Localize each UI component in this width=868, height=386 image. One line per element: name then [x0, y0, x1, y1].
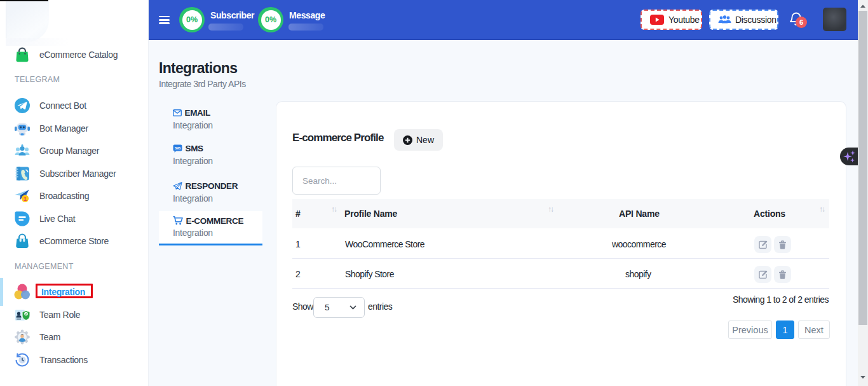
svg-text:1: 1 [24, 196, 27, 202]
svg-text:SMS: SMS [175, 147, 180, 150]
